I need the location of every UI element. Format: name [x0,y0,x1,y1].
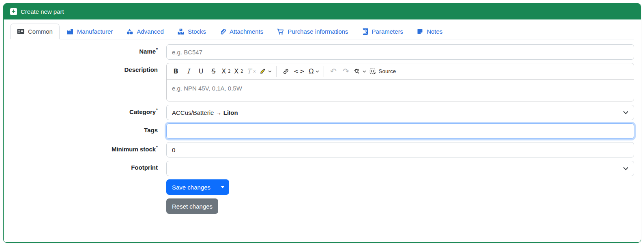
id-card-icon [17,28,24,34]
undo-button[interactable]: ↶ [327,65,339,78]
redo-button[interactable]: ↷ [339,65,352,78]
category-label: Category* [10,105,166,115]
create-part-card: + Create new part Common [3,3,641,243]
tab-label: Notes [427,28,442,35]
chevron-down-icon [316,70,319,73]
paperclip-icon [220,28,226,35]
page-title: Create new part [21,8,64,15]
tab-stocks[interactable]: Stocks [171,24,213,39]
save-button[interactable]: Save changes [166,179,216,195]
tags-row: Tags [10,123,634,139]
minimum-stock-row: Minimum stock* [10,142,634,157]
reset-button[interactable]: Reset changes [166,198,218,214]
link-button[interactable] [279,65,292,78]
tab-label: Advanced [137,28,164,35]
description-editor: B I U S X2 X2 Tx [166,63,634,101]
minimum-stock-input[interactable] [166,142,634,157]
tab-bar: Common Manufacturer Advanced [10,24,634,39]
subscript-button[interactable]: X2 [220,65,232,78]
footprint-select[interactable] [166,161,634,176]
source-code-icon [369,68,376,75]
save-dropdown-toggle[interactable] [216,179,229,195]
cart-icon [277,28,284,35]
category-select[interactable]: ACCus/Batterie → LiIon [166,105,634,120]
name-row: Name* [10,44,634,60]
category-row: Category* ACCus/Batterie → LiIon [10,105,634,120]
tab-parameters[interactable]: Parameters [355,24,410,39]
description-editable[interactable]: e.g. NPN 45V, 0,1A, 0,5W [167,80,634,101]
factory-icon [67,28,73,34]
caret-down-icon [221,186,224,188]
special-characters-button[interactable]: Ω [307,65,321,78]
highlight-button[interactable] [258,65,273,78]
plus-square-icon: + [10,8,17,15]
card-body: Common Manufacturer Advanced [4,19,641,220]
tab-common[interactable]: Common [10,24,60,39]
find-replace-icon [354,68,361,75]
chevron-down-icon [268,70,272,73]
tab-notes[interactable]: Notes [410,24,449,39]
description-row: Description B I U S X2 X2 Tx [10,63,634,101]
chevron-down-icon [623,111,629,114]
tab-purchase-informations[interactable]: Purchase informations [270,24,355,39]
tab-label: Parameters [372,28,404,35]
bold-button[interactable]: B [170,65,182,78]
footprint-row: Footprint [10,161,634,176]
minimum-stock-label: Minimum stock* [10,142,166,153]
italic-button[interactable]: I [182,65,195,78]
boxes-icon [178,28,184,35]
toolbar-separator [324,66,324,77]
highlighter-icon [259,68,266,75]
link-icon [283,68,289,75]
atlas-book-icon [362,28,368,35]
superscript-button[interactable]: X2 [232,65,245,78]
tags-input[interactable] [166,123,634,139]
required-asterisk: * [156,108,158,112]
find-replace-button[interactable] [352,65,368,78]
underline-button[interactable]: U [195,65,207,78]
chevron-down-icon [623,167,629,170]
name-label: Name* [10,44,166,55]
required-asterisk: * [156,145,158,150]
tab-label: Attachments [230,28,263,35]
tab-label: Purchase informations [288,28,348,35]
tab-label: Common [28,28,53,35]
actions-row: Save changes Reset changes [10,179,634,214]
page: + Create new part Common [0,0,644,250]
create-part-form: Name* Description B I [10,39,634,214]
toolbar-separator [276,66,277,77]
shapes-icon [127,28,133,35]
tab-manufacturer[interactable]: Manufacturer [60,24,120,39]
name-input[interactable] [166,44,634,60]
tab-label: Manufacturer [77,28,113,35]
source-button[interactable]: Source [368,65,397,78]
description-label: Description [10,63,166,73]
save-button-group: Save changes [166,179,229,195]
editor-toolbar: B I U S X2 X2 Tx [167,63,634,80]
card-header: + Create new part [4,4,641,19]
strikethrough-button[interactable]: S [207,65,220,78]
tab-advanced[interactable]: Advanced [120,24,171,39]
tab-attachments[interactable]: Attachments [213,24,270,39]
footprint-label: Footprint [10,161,166,171]
required-asterisk: * [156,47,158,52]
code-button[interactable]: <> [292,65,307,78]
sticky-note-icon [417,28,423,34]
tab-label: Stocks [188,28,206,35]
remove-format-button[interactable]: Tx [245,65,258,78]
tags-label: Tags [10,123,166,134]
category-value: ACCus/Batterie → LiIon [172,109,238,116]
chevron-down-icon [363,70,366,73]
